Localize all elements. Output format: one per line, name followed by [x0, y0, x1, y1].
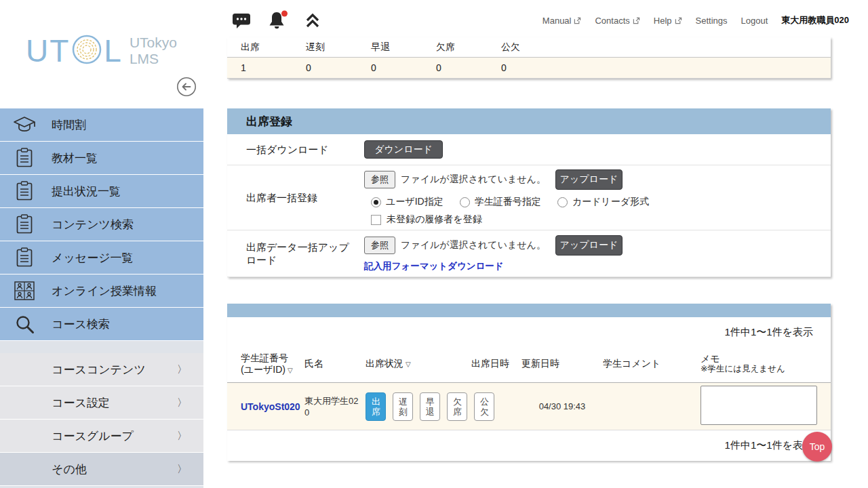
summary-value-present: 1 [227, 62, 292, 73]
sidebar-item-course-contents[interactable]: コースコンテンツ 〉 [0, 353, 203, 386]
topbar-links: Manual Contacts Help Settings Logout 東大用… [542, 0, 849, 41]
sidebar-item-course-settings[interactable]: コース設定 〉 [0, 386, 203, 420]
sort-icon[interactable]: ▽ [288, 367, 293, 374]
radio-card-reader[interactable]: カードリーダ形式 [557, 196, 649, 208]
bulk-download-content: ダウンロード [364, 134, 831, 165]
sidebar-item-content-search[interactable]: コンテンツ検索 [0, 208, 203, 241]
contacts-link[interactable]: Contacts [595, 16, 639, 26]
sidebar-item-label: 提出状況一覧 [52, 184, 121, 199]
people-grid-icon [12, 281, 37, 300]
header-attend-time: 出席日時 [471, 358, 521, 369]
collapse-sidebar-button[interactable] [176, 77, 197, 97]
summary-header-excused: 公欠 [488, 41, 553, 54]
student-table-header-bar [227, 304, 831, 317]
settings-link[interactable]: Settings [696, 16, 728, 26]
collapse-up-icon[interactable] [304, 12, 321, 29]
chevron-right-icon: 〉 [177, 463, 187, 476]
upload-button[interactable]: アップロード [555, 169, 623, 190]
topbar: Manual Contacts Help Settings Logout 東大用… [203, 0, 868, 41]
sidebar-item-course-group[interactable]: コースグループ 〉 [0, 420, 203, 453]
logo-subtitle: UTokyo LMS [130, 35, 177, 67]
summary-header-absent: 欠席 [422, 41, 488, 54]
sidebar-item-materials[interactable]: 教材一覧 [0, 142, 203, 175]
bulk-register-row: 出席者一括登録 参照 ファイルが選択されていません。 アップロード ユーザID指… [227, 165, 831, 230]
register-unenrolled-checkbox[interactable]: 未登録の履修者を登録 [364, 214, 820, 226]
memo-textarea[interactable] [701, 386, 817, 425]
logo-subtitle-line1: UTokyo [130, 35, 177, 51]
sidebar-item-others[interactable]: その他 〉 [0, 453, 203, 486]
student-name-cell: 東大用学生020 [304, 395, 366, 418]
status-button-early-leave[interactable]: 早退 [420, 392, 440, 421]
chevron-right-icon: 〉 [177, 396, 187, 409]
header-memo-line1: メモ [701, 353, 817, 365]
sidebar-item-label: メッセージ一覧 [52, 250, 134, 266]
sidebar-item-label: コース検索 [52, 317, 110, 332]
logo-text-ut: UT [26, 33, 70, 69]
status-button-late[interactable]: 遅刻 [393, 392, 413, 421]
chat-icon[interactable] [232, 12, 251, 29]
sidebar-spacer [0, 341, 203, 353]
summary-value-row: 1 0 0 0 0 [227, 58, 831, 79]
summary-header-row: 出席 遅刻 早退 欠席 公欠 [227, 37, 831, 58]
logo-area: UT L UTokyo LMS [0, 0, 203, 108]
header-update-time: 更新日時 [521, 358, 603, 369]
summary-value-late: 0 [292, 62, 357, 73]
student-id-cell: UTokyoSt020 [227, 401, 304, 413]
header-name: 氏名 [304, 358, 366, 369]
logout-link[interactable]: Logout [741, 16, 768, 26]
radio-student-card-number[interactable]: 学生証番号指定 [460, 196, 541, 208]
download-button[interactable]: ダウンロード [364, 140, 443, 159]
status-button-present[interactable]: 出席 [366, 392, 386, 421]
sidebar-item-timetable[interactable]: 時間割 [0, 108, 203, 142]
attendance-status-cell: 出席 遅刻 早退 欠席 公欠 [366, 392, 471, 421]
result-count-bottom: 1件中1〜1件を表示 [227, 430, 831, 461]
mortarboard-icon [12, 116, 37, 134]
radio-label: カードリーダ形式 [572, 196, 649, 208]
sidebar-item-label: コースグループ [52, 428, 134, 444]
header-student-id-line1: 学生証番号 [241, 352, 304, 364]
sidebar-item-messages[interactable]: メッセージ一覧 [0, 241, 203, 274]
data-upload-content: 参照 ファイルが選択されていません。 アップロード 記入用フォーマットダウンロー… [364, 230, 831, 277]
header-status[interactable]: 出席状況▽ [366, 358, 471, 369]
student-id-link[interactable]: UTokyoSt020 [241, 401, 300, 412]
manual-link[interactable]: Manual [542, 16, 582, 26]
sidebar-item-label: 時間割 [52, 117, 86, 133]
data-upload-row: 出席データ一括アップロード 参照 ファイルが選択されていません。 アップロード … [227, 230, 831, 277]
attendance-registration-section: 出席登録 一括ダウンロード ダウンロード 出席者一括登録 参照 ファイルが選択さ… [227, 108, 831, 277]
sidebar-item-submissions[interactable]: 提出状況一覧 [0, 175, 203, 208]
bulk-download-label: 一括ダウンロード [227, 134, 364, 165]
checkbox-icon [371, 215, 381, 225]
status-button-excused[interactable]: 公欠 [474, 392, 494, 421]
sidebar-item-online-class[interactable]: オンライン授業情報 [0, 274, 203, 308]
bulk-register-content: 参照 ファイルが選択されていません。 アップロード ユーザID指定 学生証番号指… [364, 165, 831, 230]
notification-bell-icon[interactable] [266, 9, 289, 31]
logout-link-label: Logout [741, 16, 768, 26]
header-student-comment: 学生コメント [603, 358, 701, 369]
logged-in-user[interactable]: 東大用教職員020 [781, 14, 849, 26]
status-button-absent[interactable]: 欠席 [447, 392, 467, 421]
sidebar-item-label: コースコンテンツ [52, 362, 146, 378]
upload-button[interactable]: アップロード [555, 235, 623, 256]
status-button-group: 出席 遅刻 早退 欠席 公欠 [366, 392, 471, 421]
header-memo-note: ※学生には見えません [701, 364, 817, 374]
student-attendance-list-section: 1件中1〜1件を表示 学生証番号 (ユーザID)▽ 氏名 出席状況▽ 出席日時 … [227, 304, 831, 461]
browse-button[interactable]: 参照 [364, 171, 395, 188]
radio-unselected-icon [460, 197, 470, 207]
no-file-selected-text: ファイルが選択されていません。 [401, 174, 546, 186]
summary-header-late: 遅刻 [292, 41, 357, 54]
browse-button[interactable]: 参照 [364, 237, 395, 254]
radio-unselected-icon [557, 197, 568, 207]
settings-link-label: Settings [696, 16, 728, 26]
format-download-link[interactable]: 記入用フォーマットダウンロード [364, 260, 820, 272]
sidebar-item-label: オンライン授業情報 [52, 283, 157, 299]
radio-user-id[interactable]: ユーザID指定 [371, 196, 443, 208]
sort-icon[interactable]: ▽ [406, 361, 411, 368]
help-link[interactable]: Help [654, 16, 682, 26]
sidebar-item-course-search[interactable]: コース検索 [0, 308, 203, 341]
header-student-id[interactable]: 学生証番号 (ユーザID)▽ [227, 352, 304, 375]
summary-value-excused: 0 [488, 62, 553, 73]
utol-logo: UT L UTokyo LMS [26, 33, 177, 69]
scroll-to-top-button[interactable]: Top [802, 432, 832, 462]
radio-label: ユーザID指定 [386, 196, 443, 208]
clipboard-icon [12, 181, 37, 201]
